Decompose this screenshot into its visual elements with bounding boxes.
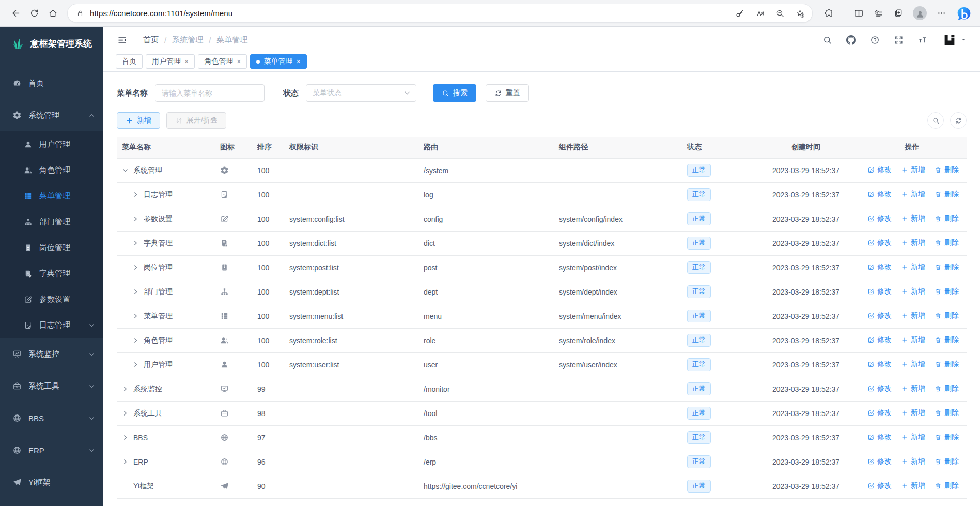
add-link[interactable]: 新增 [901, 238, 925, 248]
delete-link[interactable]: 删除 [935, 165, 959, 175]
tab-用户管理[interactable]: 用户管理× [146, 54, 195, 69]
delete-link[interactable]: 删除 [935, 433, 959, 442]
sidebar-subitem-post[interactable]: 岗位管理 [0, 235, 103, 260]
edit-link[interactable]: 修改 [867, 335, 892, 345]
delete-link[interactable]: 删除 [935, 384, 959, 393]
sidebar-subitem-config[interactable]: 参数设置 [0, 286, 103, 312]
add-link[interactable]: 新增 [901, 263, 925, 272]
collections-icon[interactable] [874, 8, 883, 18]
search-button[interactable]: 搜索 [433, 84, 476, 102]
edit-link[interactable]: 修改 [867, 384, 892, 393]
chevron-right-icon[interactable] [132, 361, 139, 368]
chevron-right-icon[interactable] [132, 264, 139, 271]
url-text[interactable]: https://ccnetcore.com:1101/system/menu [90, 9, 735, 18]
add-link[interactable]: 新增 [901, 433, 925, 442]
chevron-right-icon[interactable] [122, 458, 129, 465]
delete-link[interactable]: 删除 [935, 360, 959, 369]
edit-link[interactable]: 修改 [867, 214, 892, 223]
delete-link[interactable]: 删除 [935, 263, 959, 272]
sidebar-subitem-role[interactable]: 角色管理 [0, 157, 103, 183]
zoom-out-icon[interactable] [775, 9, 785, 18]
edit-link[interactable]: 修改 [867, 263, 892, 272]
extensions-icon[interactable] [824, 8, 834, 18]
sidebar-item-bbs[interactable]: BBS [0, 402, 103, 434]
delete-link[interactable]: 删除 [935, 335, 959, 345]
breadcrumb-item[interactable]: 菜单管理 [216, 35, 247, 45]
table-search-button[interactable] [927, 112, 944, 129]
fullscreen-icon[interactable] [894, 35, 904, 45]
add-link[interactable]: 新增 [901, 190, 925, 199]
search-icon[interactable] [822, 35, 832, 45]
browser-refresh-button[interactable] [25, 4, 43, 23]
chevron-right-icon[interactable] [132, 337, 139, 344]
browser-back-button[interactable] [6, 4, 25, 23]
sidebar-subitem-dept[interactable]: 部门管理 [0, 209, 103, 235]
delete-link[interactable]: 删除 [935, 408, 959, 418]
more-icon[interactable] [937, 8, 946, 18]
tab-close-icon[interactable]: × [184, 58, 189, 65]
add-link[interactable]: 新增 [901, 457, 925, 466]
sidebar-subitem-log[interactable]: 日志管理 [0, 312, 103, 338]
delete-link[interactable]: 删除 [935, 457, 959, 466]
add-link[interactable]: 新增 [901, 335, 925, 345]
font-size-icon[interactable] [917, 35, 927, 45]
add-link[interactable]: 新增 [901, 287, 925, 296]
edit-link[interactable]: 修改 [867, 408, 892, 418]
edit-link[interactable]: 修改 [867, 311, 892, 320]
add-link[interactable]: 新增 [901, 408, 925, 418]
add-link[interactable]: 新增 [901, 165, 925, 175]
edit-link[interactable]: 修改 [867, 457, 892, 466]
delete-link[interactable]: 删除 [935, 238, 959, 248]
tab-close-icon[interactable]: × [237, 58, 241, 65]
tabs-icon[interactable] [893, 8, 903, 18]
favorite-add-icon[interactable] [796, 9, 805, 18]
sidebar-item-yi[interactable]: Yi框架 [0, 466, 103, 498]
edit-link[interactable]: 修改 [867, 481, 892, 490]
chevron-right-icon[interactable] [132, 288, 139, 295]
add-link[interactable]: 新增 [901, 214, 925, 223]
address-bar[interactable]: https://ccnetcore.com:1101/system/menu [67, 4, 813, 23]
expand-collapse-button[interactable]: 展开/折叠 [166, 112, 226, 129]
add-button[interactable]: 新增 [117, 112, 160, 129]
sidebar-item-monitor[interactable]: 系统监控 [0, 338, 103, 370]
split-screen-icon[interactable] [854, 8, 864, 18]
sidebar-item-erp[interactable]: ERP [0, 434, 103, 466]
add-link[interactable]: 新增 [901, 311, 925, 320]
tab-首页[interactable]: 首页 [116, 54, 143, 69]
chevron-right-icon[interactable] [132, 191, 139, 198]
edit-link[interactable]: 修改 [867, 238, 892, 248]
bing-button[interactable] [956, 6, 972, 21]
github-icon[interactable] [846, 35, 856, 45]
profile-avatar[interactable] [913, 6, 927, 20]
caret-down-icon[interactable] [960, 37, 967, 43]
add-link[interactable]: 新增 [901, 384, 925, 393]
edit-link[interactable]: 修改 [867, 360, 892, 369]
add-link[interactable]: 新增 [901, 360, 925, 369]
reset-button[interactable]: 重置 [486, 84, 529, 102]
breadcrumb-item[interactable]: 首页 [143, 35, 159, 45]
tab-close-icon[interactable]: × [296, 58, 300, 65]
status-select[interactable]: 菜单状态 [306, 84, 416, 102]
sidebar-item-home[interactable]: 首页 [0, 67, 103, 99]
menu-name-input[interactable] [155, 84, 265, 102]
browser-home-button[interactable] [43, 4, 62, 23]
add-link[interactable]: 新增 [901, 481, 925, 490]
user-avatar-logo[interactable] [942, 32, 957, 48]
delete-link[interactable]: 删除 [935, 287, 959, 296]
breadcrumb-item[interactable]: 系统管理 [172, 35, 203, 45]
edit-link[interactable]: 修改 [867, 190, 892, 199]
chevron-down-icon[interactable] [122, 167, 129, 174]
delete-link[interactable]: 删除 [935, 481, 959, 490]
read-aloud-icon[interactable] [755, 9, 765, 18]
sidebar-subitem-user[interactable]: 用户管理 [0, 131, 103, 157]
delete-link[interactable]: 删除 [935, 311, 959, 320]
delete-link[interactable]: 删除 [935, 214, 959, 223]
chevron-right-icon[interactable] [122, 434, 129, 441]
chevron-right-icon[interactable] [132, 313, 139, 319]
table-refresh-button[interactable] [950, 112, 967, 129]
sidebar-item-tool[interactable]: 系统工具 [0, 370, 103, 402]
sidebar-item-system[interactable]: 系统管理 [0, 99, 103, 131]
sidebar-toggle[interactable] [117, 35, 128, 45]
chevron-right-icon[interactable] [122, 386, 129, 392]
tab-角色管理[interactable]: 角色管理× [198, 54, 247, 69]
